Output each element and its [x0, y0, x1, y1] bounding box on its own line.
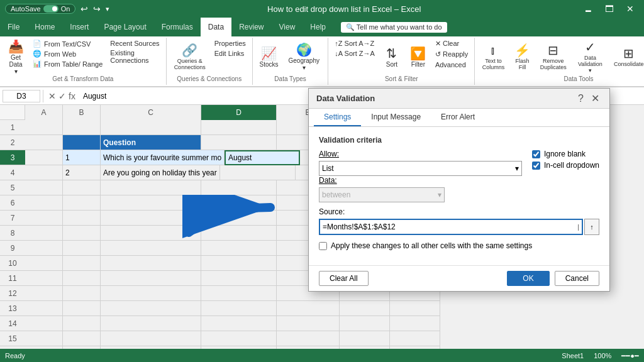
cell-g14[interactable] [390, 316, 440, 331]
cell-c3[interactable]: Which is your favourite summer mo [101, 150, 225, 165]
sort-desc-button[interactable]: ↓A Sort Z→A [332, 49, 377, 58]
cell-c10[interactable] [101, 256, 201, 271]
cell-b10[interactable] [63, 256, 101, 271]
cell-b11[interactable] [63, 271, 101, 286]
row-header-7[interactable]: 7 [0, 211, 25, 226]
sheet-name[interactable]: Sheet1 [562, 352, 584, 359]
tab-review[interactable]: Review [231, 18, 271, 36]
source-input[interactable] [323, 222, 577, 231]
cell-d12[interactable] [201, 286, 277, 301]
cell-b3[interactable]: 1 [63, 150, 101, 165]
cell-a10[interactable] [25, 256, 63, 271]
col-header-d[interactable]: D [201, 105, 277, 120]
geography-button[interactable]: 🌍 Geography ▾ [284, 39, 324, 75]
cell-a16[interactable] [25, 346, 63, 349]
minimize-button[interactable]: 🗕 [579, 3, 597, 15]
filter-button[interactable]: 🔽 Filter [406, 39, 430, 75]
tab-settings[interactable]: Settings [314, 109, 361, 126]
reapply-button[interactable]: ↺ Reapply [433, 50, 470, 59]
cell-a1[interactable] [25, 120, 63, 135]
row-header-14[interactable]: 14 [0, 316, 25, 331]
cell-b14[interactable] [63, 316, 101, 331]
cell-c5[interactable] [101, 180, 201, 195]
tell-me-search[interactable]: 🔍 Tell me what you want to do [341, 22, 447, 33]
row-header-5[interactable]: 5 [0, 180, 25, 195]
clear-all-button[interactable]: Clear All [319, 271, 369, 286]
cell-a5[interactable] [25, 180, 63, 195]
cell-g16[interactable] [390, 346, 440, 349]
allow-dropdown[interactable]: List ▾ [319, 161, 522, 176]
tab-file[interactable]: File [0, 18, 27, 36]
tab-error-alert[interactable]: Error Alert [431, 109, 485, 126]
cell-a13[interactable] [25, 301, 63, 316]
tab-input-message[interactable]: Input Message [361, 109, 431, 126]
cell-c4[interactable]: Are you going on holiday this year [101, 165, 220, 180]
col-header-a[interactable]: A [25, 105, 63, 120]
cell-d3[interactable]: August [225, 150, 300, 165]
remove-duplicates-button[interactable]: ⊟ RemoveDuplicates [537, 39, 570, 75]
sort-asc-button[interactable]: ↑Z Sort A→Z [332, 39, 377, 48]
cell-d14[interactable] [201, 316, 277, 331]
cell-f14[interactable] [340, 316, 390, 331]
consolidate-button[interactable]: ⊞ Consolidate [611, 39, 644, 75]
cell-d4[interactable] [220, 165, 296, 180]
insert-function-icon[interactable]: fx [69, 91, 75, 101]
properties-button[interactable]: Properties [212, 39, 248, 48]
cell-c15[interactable] [101, 331, 201, 346]
cell-a9[interactable] [25, 241, 63, 256]
cell-b16[interactable] [63, 346, 101, 349]
cell-d15[interactable] [201, 331, 277, 346]
quick-access-more[interactable]: ▾ [106, 5, 109, 13]
tab-help[interactable]: Help [303, 18, 333, 36]
row-header-10[interactable]: 10 [0, 256, 25, 271]
sort-button[interactable]: ⇅ Sort [380, 39, 404, 75]
cell-d5[interactable] [201, 180, 277, 195]
cell-a12[interactable] [25, 286, 63, 301]
cell-c11[interactable] [101, 271, 201, 286]
row-header-2[interactable]: 2 [0, 135, 25, 150]
cell-reference-box[interactable] [3, 90, 40, 102]
cell-e16[interactable] [277, 346, 340, 349]
flash-fill-button[interactable]: ⚡ FlashFill [511, 39, 535, 75]
cell-c1[interactable] [101, 120, 201, 135]
col-header-c[interactable]: C [101, 105, 201, 120]
queries-connections-button[interactable]: 🔗 Queries &Connections [170, 39, 209, 75]
tab-home[interactable]: Home [27, 18, 62, 36]
in-cell-dropdown-checkbox[interactable] [532, 162, 540, 170]
tab-view[interactable]: View [272, 18, 303, 36]
text-to-columns-button[interactable]: ⫾ Text toColumns [479, 39, 508, 75]
cell-f13[interactable] [340, 301, 390, 316]
get-data-button[interactable]: 📥 GetData ▾ [4, 39, 28, 75]
row-header-12[interactable]: 12 [0, 286, 25, 301]
cell-d16[interactable] [201, 346, 277, 349]
row-header-11[interactable]: 11 [0, 271, 25, 286]
cell-c13[interactable] [101, 301, 201, 316]
col-header-b[interactable]: B [63, 105, 101, 120]
ok-button[interactable]: OK [507, 271, 549, 286]
from-table-button[interactable]: 📊 From Table/ Range [30, 59, 105, 69]
row-header-4[interactable]: 4 [0, 165, 25, 180]
from-web-button[interactable]: 🌐 From Web [30, 49, 105, 58]
cell-b4[interactable]: 2 [63, 165, 101, 180]
cell-a6[interactable] [25, 195, 63, 211]
cancel-button[interactable]: Cancel [555, 271, 599, 286]
tab-data[interactable]: Data [201, 18, 231, 36]
cell-b2[interactable] [63, 135, 101, 150]
source-collapse-button[interactable]: ↑ [584, 219, 599, 235]
cell-c12[interactable] [101, 286, 201, 301]
cell-e13[interactable] [277, 301, 340, 316]
cell-d10[interactable] [201, 256, 277, 271]
cell-c9[interactable] [101, 241, 201, 256]
cell-a11[interactable] [25, 271, 63, 286]
cell-b9[interactable] [63, 241, 101, 256]
cell-f15[interactable] [340, 331, 390, 346]
row-header-3[interactable]: 3 [0, 150, 25, 165]
advanced-button[interactable]: Advanced [433, 60, 470, 69]
tab-insert[interactable]: Insert [62, 18, 96, 36]
cell-a3[interactable] [25, 150, 63, 165]
cell-c14[interactable] [101, 316, 201, 331]
cell-a2[interactable] [25, 135, 63, 150]
row-header-1[interactable]: 1 [0, 120, 25, 135]
dialog-help-button[interactable]: ? [575, 92, 586, 104]
row-header-9[interactable]: 9 [0, 241, 25, 256]
